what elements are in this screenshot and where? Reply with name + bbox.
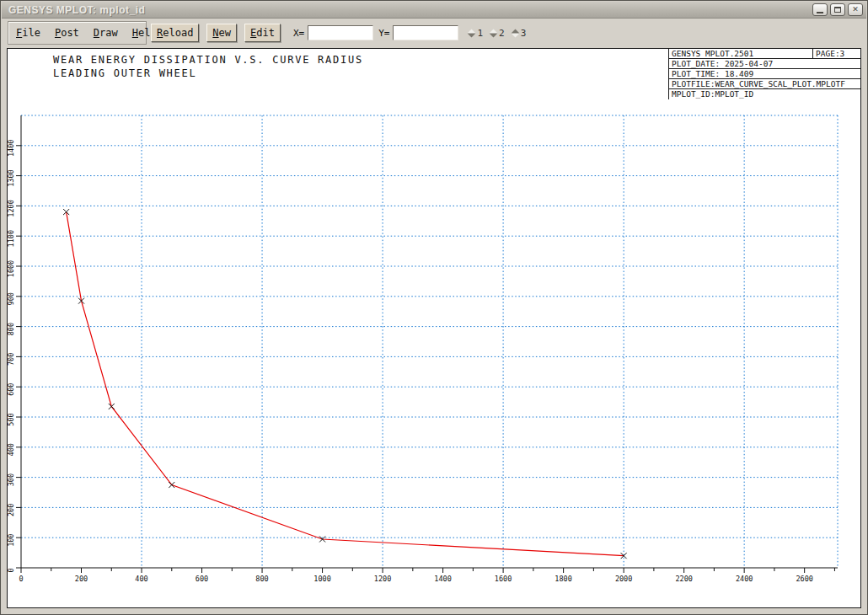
new-button[interactable]: New (206, 24, 237, 42)
close-button[interactable]: ✕ (848, 3, 863, 16)
diamond-down-icon (490, 29, 498, 37)
toolbar: File Post Draw Help Reload New Edit X= Y… (2, 19, 866, 47)
x-tick-label: 400 (135, 575, 147, 583)
y-tick-label: 600 (8, 383, 15, 396)
minimize-icon (817, 11, 823, 13)
y-tick-label: 0 (8, 568, 15, 572)
line-chart[interactable]: 0200400600800100012001400160018002000220… (8, 49, 860, 607)
x-input[interactable] (308, 25, 373, 40)
y-tick-label: 100 (8, 534, 15, 547)
plot-page: WEAR ENERGY DISSIPATION V.S. CURVE RADIU… (7, 48, 861, 608)
title-bar[interactable]: GENSYS MPLOT: mplot_id ✕ (2, 2, 866, 19)
x-tick-label: 200 (75, 575, 88, 583)
x-tick-label: 0 (19, 575, 23, 583)
y-tick-label: 500 (8, 413, 15, 425)
menu-draw[interactable]: Draw (92, 26, 120, 40)
y-field-label: Y= (378, 28, 389, 39)
y-tick-label: 1100 (8, 230, 15, 247)
toggle-2[interactable]: 2 (490, 28, 505, 39)
window-title: GENSYS MPLOT: mplot_id (8, 4, 145, 16)
x-tick-label: 1800 (555, 575, 571, 583)
edit-button[interactable]: Edit (244, 24, 281, 42)
y-tick-label: 400 (8, 443, 15, 456)
y-tick-label: 1200 (8, 200, 15, 217)
toggle-3[interactable]: 3 (512, 28, 527, 39)
close-icon: ✕ (852, 6, 859, 13)
diamond-up-icon (511, 29, 519, 37)
y-tick-label: 1400 (8, 140, 15, 157)
maximize-button[interactable] (830, 3, 845, 16)
x-tick-label: 2000 (615, 575, 632, 583)
x-tick-label: 1000 (313, 575, 330, 583)
x-tick-label: 1400 (434, 575, 451, 583)
y-tick-label: 300 (8, 473, 15, 486)
x-field-label: X= (293, 28, 304, 39)
menu-bar: File Post Draw Help (8, 21, 147, 45)
y-tick-label: 1000 (8, 260, 15, 277)
toggle-2-label: 2 (499, 28, 505, 39)
y-tick-label: 1300 (8, 169, 15, 186)
wear-energy-series (67, 212, 624, 556)
toggle-1[interactable]: 1 (469, 28, 483, 39)
x-tick-label: 2600 (796, 575, 812, 583)
y-tick-label: 900 (8, 292, 15, 305)
reload-button[interactable]: Reload (151, 24, 199, 42)
y-tick-label: 800 (8, 323, 15, 335)
y-tick-label: 700 (8, 353, 15, 366)
x-tick-label: 800 (255, 575, 268, 583)
x-tick-label: 1200 (374, 575, 391, 583)
toggle-3-label: 3 (521, 28, 527, 39)
page-toggles: 1 2 3 (469, 28, 526, 39)
app-window: GENSYS MPLOT: mplot_id ✕ File Post Draw … (0, 0, 868, 615)
maximize-icon (834, 7, 841, 13)
y-input[interactable] (393, 25, 458, 40)
toggle-1-label: 1 (477, 28, 483, 39)
menu-post[interactable]: Post (53, 26, 81, 40)
window-controls: ✕ (812, 3, 863, 16)
toolbar-controls: Reload New Edit X= Y= 1 2 3 (151, 19, 526, 47)
x-tick-label: 2400 (736, 575, 753, 583)
x-tick-label: 1600 (495, 575, 512, 583)
y-tick-label: 200 (8, 504, 15, 516)
diamond-down-icon (468, 29, 476, 37)
x-tick-label: 2200 (675, 575, 692, 583)
x-tick-label: 600 (196, 575, 208, 583)
minimize-button[interactable] (812, 3, 828, 16)
menu-file[interactable]: File (14, 26, 42, 40)
